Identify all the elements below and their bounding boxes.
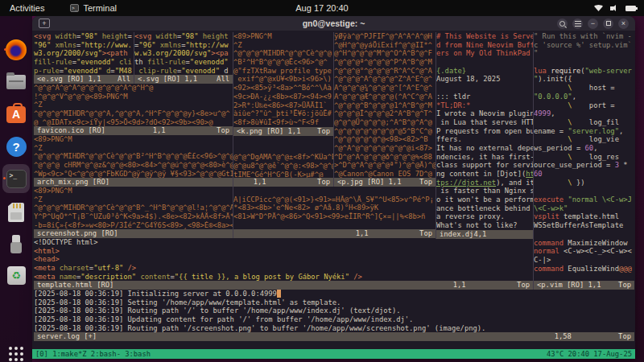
dock: A ? >_ ♻ [0,16,32,362]
dock-item-trash[interactable]: ♻ [3,262,29,288]
vim-window-index-dj[interactable]: # This Website is Served from Nine Neovi… [436,32,533,239]
statusline-screenshot-png: screenshot.png [RO] [34,229,233,238]
new-tab-button[interactable]: + [39,19,50,28]
vim-session: <svg width="98" height="96" xmlns="http:… [32,31,635,359]
vim-window-e-svg[interactable]: <svg width="98" height="96" xmlns="http:… [34,32,134,84]
vim-window-screenshot-png[interactable]: <89>PNG^M^Z^@^@^@^MIHDR^@^@^Cè^@^@^B^_^H… [34,187,233,238]
dock-item-terminal[interactable]: >_ [2,164,30,193]
statusline-e-svg: <e.svg [RO] 1,1All [34,75,134,84]
maximize-button[interactable] [603,19,613,29]
statusline-favicon: favicon.ico [RO]1,1 Top [34,126,233,135]
statusline-gama-png: 1,1 Top [233,178,333,187]
dock-item-help[interactable]: ? [3,134,29,159]
hamburger-menu-icon [575,21,581,27]
vim-window-iccp[interactable]: A|iCCPicc^@^@(<91>}<91>=HÃ@^\Å_S¥"^U<85>… [233,187,436,238]
terminal-icon: >_ [6,170,27,188]
app-menu[interactable]: >_ Terminal [70,3,117,13]
usb-drive-icon [10,235,22,254]
statusline-template-html: template.html [RO]1,1 Top [34,281,533,290]
sd-card-icon [8,203,24,222]
volume-icon [610,5,618,12]
dock-item-sd-card[interactable] [3,200,29,225]
terminal-window: + gn0@vestige: ~ − × <svg width="98" hei… [32,16,635,359]
tmux-status-bar[interactable]: [0] 1:make*Z 2:bash- 3:bash 43°C 20:40 1… [32,349,635,359]
files-icon [6,75,26,89]
vim-window-k-png[interactable]: <89>PNG^M^Z^@^@^@^MIHDR^@^@^Cè^@^@^B²^H^… [233,32,333,136]
tmux-clock: 43°C 20:40 17-Aug-25 [547,350,632,359]
vim-window-server-log[interactable]: [2025-08-18 00:36:19] Initializing serve… [34,290,634,341]
running-indicator [3,177,6,179]
vim-window-template-html[interactable]: <!DOCTYPE html><html><head><meta charset… [34,238,533,290]
terminal-app-icon: >_ [70,4,79,12]
search-button[interactable] [557,19,568,29]
battery-icon [625,6,636,11]
close-button[interactable]: × [618,19,629,29]
wifi-icon [594,5,603,11]
activities-button[interactable]: Activities [0,3,56,13]
terminal-title: gn0@vestige: ~ [32,19,635,28]
vim-window-favicon[interactable]: ^@^@^A^@^A^@^@^@^@^@^A^@^H^@!^@^@^V^@^@^… [34,84,233,135]
app-grid-icon [9,347,24,362]
vim-window-svg[interactable]: <svg width="98" height="96" xmlns="http:… [134,32,233,84]
vim-command-line [34,341,633,349]
system-status-area[interactable] [594,5,644,12]
firefox-icon [6,39,27,60]
gnome-top-bar: Activities >_ Terminal Aug 17 20:40 [0,0,644,16]
statusline-server-log: server.log [+]1,58 Top [34,332,634,341]
vim-window-gama-png[interactable]: @^@^DgAMA^@^@±<8f>^KÛa^E@^@u8^@^@ê`^@^@:… [233,136,333,187]
dock-item-firefox[interactable] [3,37,29,63]
vim-window-setup-vim[interactable]: " Run this with `nvim -c 'source %' setu… [533,32,634,290]
app-menu-label: Terminal [83,3,117,13]
dock-item-files[interactable] [3,69,29,95]
trash-icon: ♻ [7,266,26,285]
statusline-p-jpg: <p.jpg [RO] 1,1Top [334,178,436,187]
dock-item-usb-drive[interactable] [3,232,29,257]
maximize-icon [606,21,611,26]
dock-item-ubuntu-software[interactable]: A [3,101,29,127]
menu-button[interactable] [572,19,583,29]
help-icon: ? [6,137,27,157]
statusline-arch-mix-png: arch_mix.png [RO] [34,178,233,187]
terminal-header-bar[interactable]: + gn0@vestige: ~ − × [32,16,635,31]
tmux-window-list: [0] 1:make*Z 2:bash- 3:bash [35,350,151,359]
minimize-button[interactable]: − [588,19,598,29]
statusline-svg: <.svg [RO] 1,1All [134,75,233,84]
vim-window-p-jpg[interactable]: ÿØÿà^@^PJFIF^@^A^A^A^@H^@H^@^@yáÖiExif^@… [333,32,436,187]
vim-window-arch-mix-png[interactable]: <89>PNG^M^Z^@^@^@^MIHDR^@^@^Cè^@^@^B²^H^… [34,135,233,187]
statusline-k-png: <k.png [RO] 1,1Top [233,127,333,136]
search-icon [559,21,565,27]
statusline-setup-vim: <p.vim [RO] 1,1Top [534,281,634,290]
statusline-iccp: 1,1 Top [233,229,436,238]
ubuntu-software-icon: A [6,106,26,123]
running-indicator [4,48,6,51]
dock-item-app-grid[interactable] [3,341,29,362]
